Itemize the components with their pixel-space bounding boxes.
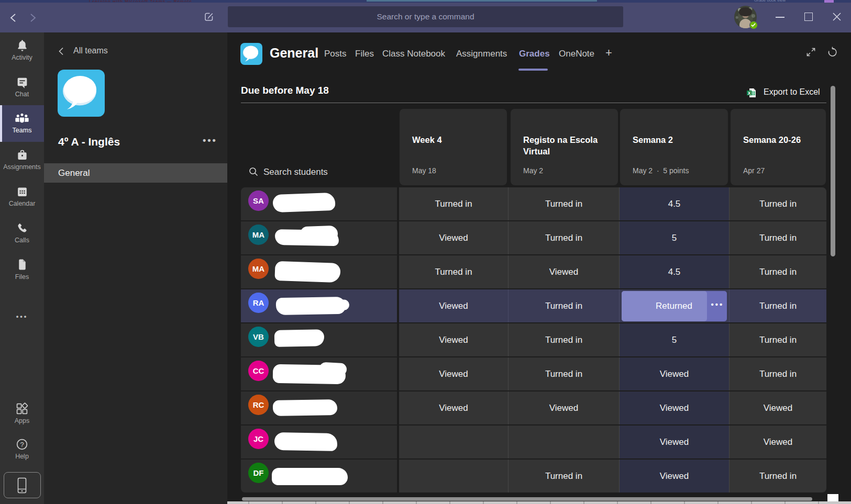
svg-text:?: ? xyxy=(20,441,24,449)
svg-text:X: X xyxy=(748,91,751,96)
